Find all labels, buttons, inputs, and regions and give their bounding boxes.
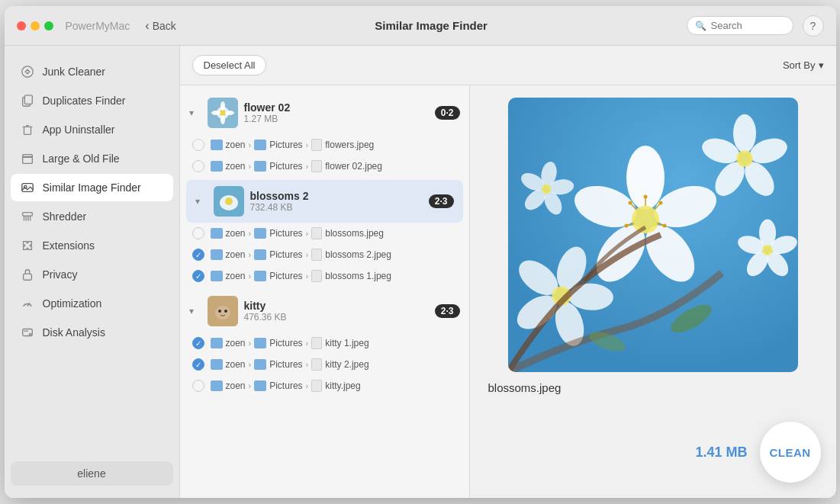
disk-icon xyxy=(20,325,35,340)
sidebar-item-app-uninstaller[interactable]: App Uninstaller xyxy=(11,116,173,143)
svg-point-40 xyxy=(662,224,666,228)
back-button[interactable]: ‹ Back xyxy=(145,19,175,33)
maximize-button[interactable] xyxy=(44,21,53,30)
arrow-icon: › xyxy=(306,162,309,171)
filename-text: blossoms 1.jpeg xyxy=(325,271,391,281)
file-checkbox[interactable] xyxy=(192,160,204,172)
svg-point-36 xyxy=(658,201,662,205)
svg-point-60 xyxy=(762,245,773,255)
file-path: zoen › Pictures › kitty.jpeg xyxy=(211,380,457,392)
folder-icon xyxy=(211,380,223,391)
arrow-icon: › xyxy=(306,339,309,348)
svg-point-43 xyxy=(733,114,756,152)
sidebar-label-privacy: Privacy xyxy=(43,268,78,281)
file-path: zoen › Pictures › kitty 1.jpeg xyxy=(211,337,457,349)
arrow-icon: › xyxy=(249,229,252,238)
path-text: Pictures xyxy=(269,228,302,239)
sidebar-label-extensions: Extensions xyxy=(43,239,95,252)
sidebar-item-privacy[interactable]: Privacy xyxy=(11,261,173,288)
folder-icon xyxy=(211,338,223,348)
svg-point-23 xyxy=(215,306,230,319)
broom-icon xyxy=(20,64,35,79)
sort-by-dropdown[interactable]: Sort By ▾ xyxy=(783,59,824,71)
path-text: zoen xyxy=(226,249,246,260)
file-path: zoen › Pictures › blossoms 1.jpeg xyxy=(211,270,457,282)
group-flower-02-info: flower 02 1.27 MB xyxy=(244,101,429,124)
group-blossoms-2: ▾ blossoms 2 732.48 KB xyxy=(180,180,469,287)
file-item: zoen › Pictures › flower 02.jpeg xyxy=(189,156,460,177)
file-checkbox[interactable] xyxy=(192,337,204,349)
svg-point-38 xyxy=(628,201,632,205)
file-icon xyxy=(311,337,322,349)
window-title: Similar Image Finder xyxy=(185,19,677,32)
sidebar-item-large-old-file[interactable]: Large & Old File xyxy=(11,145,173,172)
folder-icon xyxy=(254,380,266,391)
content-area: Deselect All Sort By ▾ ▾ xyxy=(180,46,836,498)
sidebar: Junk Cleaner Duplicates Finder xyxy=(5,46,180,498)
group-kitty: ▾ kitty xyxy=(180,290,469,396)
file-icon xyxy=(311,380,322,392)
sidebar-item-disk-analysis[interactable]: Disk Analysis xyxy=(11,319,173,346)
file-checkbox[interactable] xyxy=(192,358,204,371)
svg-point-66 xyxy=(541,185,551,194)
arrow-icon: › xyxy=(249,381,252,390)
expand-icon: ▾ xyxy=(189,108,201,118)
file-icon xyxy=(311,139,322,151)
file-panel: ▾ xyxy=(180,85,836,498)
folder-icon xyxy=(211,271,223,281)
search-bar[interactable]: 🔍 xyxy=(687,16,793,35)
path-text: Pictures xyxy=(269,161,302,172)
search-input[interactable] xyxy=(711,20,787,31)
path-text: zoen xyxy=(226,161,246,172)
folder-icon xyxy=(211,249,223,260)
group-blossoms-2-files: zoen › Pictures › blossoms.jpeg xyxy=(180,223,469,287)
file-checkbox[interactable] xyxy=(192,227,204,239)
group-kitty-name: kitty xyxy=(244,300,429,312)
path-text: Pictures xyxy=(269,380,302,391)
file-checkbox[interactable] xyxy=(192,270,204,282)
sidebar-item-optimization[interactable]: Optimization xyxy=(11,290,173,317)
file-item: zoen › Pictures › blossoms.jpeg xyxy=(189,223,460,244)
svg-point-15 xyxy=(220,101,225,111)
help-button[interactable]: ? xyxy=(803,15,824,37)
file-path: zoen › Pictures › blossoms 2.jpeg xyxy=(211,249,457,261)
deselect-all-button[interactable]: Deselect All xyxy=(192,55,267,75)
group-blossoms-2-header[interactable]: ▾ blossoms 2 732.48 KB xyxy=(186,180,463,223)
file-icon xyxy=(311,227,322,239)
sidebar-item-shredder[interactable]: Shredder xyxy=(11,203,173,230)
sidebar-item-duplicates-finder[interactable]: Duplicates Finder xyxy=(11,87,173,114)
file-checkbox[interactable] xyxy=(192,249,204,261)
minimize-button[interactable] xyxy=(31,21,40,30)
sidebar-label-duplicates-finder: Duplicates Finder xyxy=(43,95,126,107)
sidebar-label-similar-image-finder: Similar Image Finder xyxy=(43,181,141,194)
svg-rect-5 xyxy=(22,155,32,158)
path-text: Pictures xyxy=(269,249,302,260)
file-checkbox[interactable] xyxy=(192,380,204,392)
sidebar-label-app-uninstaller: App Uninstaller xyxy=(43,124,115,136)
path-text: Pictures xyxy=(269,140,302,150)
trash-icon xyxy=(20,122,35,137)
svg-point-16 xyxy=(220,115,225,124)
file-path: zoen › Pictures › blossoms.jpeg xyxy=(211,227,457,239)
group-flower-02-header[interactable]: ▾ xyxy=(180,91,469,134)
preview-image xyxy=(508,98,798,372)
file-path: zoen › Pictures › kitty 2.jpeg xyxy=(211,358,457,371)
lock-icon xyxy=(20,267,35,282)
sidebar-item-junk-cleaner[interactable]: Junk Cleaner xyxy=(11,58,173,85)
arrow-icon: › xyxy=(306,229,309,238)
content-toolbar: Deselect All Sort By ▾ xyxy=(180,46,836,85)
clean-button[interactable]: CLEAN xyxy=(760,422,821,483)
copy-icon xyxy=(20,93,35,108)
sidebar-item-similar-image-finder[interactable]: Similar Image Finder xyxy=(11,174,173,201)
filename-text: kitty 1.jpeg xyxy=(325,338,369,348)
app-window: PowerMyMac ‹ Back Similar Image Finder 🔍… xyxy=(5,6,836,498)
close-button[interactable] xyxy=(17,21,26,30)
path-text: Pictures xyxy=(269,359,302,370)
group-kitty-header[interactable]: ▾ kitty xyxy=(180,290,469,332)
group-flower-02-name: flower 02 xyxy=(244,101,429,114)
group-flower-02-files: zoen › Pictures › flowers.jpeg xyxy=(180,134,469,177)
file-checkbox[interactable] xyxy=(192,139,204,151)
sidebar-item-extensions[interactable]: Extensions xyxy=(11,232,173,259)
sort-by-label: Sort By xyxy=(783,59,816,71)
path-text: zoen xyxy=(226,380,246,391)
